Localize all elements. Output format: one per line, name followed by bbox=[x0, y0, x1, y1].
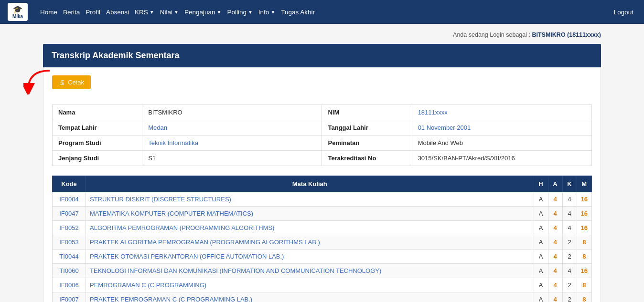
grades-row: IF0007 PRAKTEK PEMROGRAMAN C (C PROGRAMM… bbox=[53, 292, 592, 302]
nav-berita[interactable]: Berita bbox=[63, 9, 80, 16]
grade-h: A bbox=[534, 192, 548, 207]
grade-kode[interactable]: TI0060 bbox=[53, 264, 86, 278]
grade-mata: PEMROGRAMAN C (C PROGRAMMING) bbox=[86, 278, 534, 292]
nav-nilai[interactable]: Nilai ▼ bbox=[160, 9, 179, 16]
th-h: H bbox=[534, 176, 548, 192]
grade-kode[interactable]: IF0052 bbox=[53, 221, 86, 235]
logo-text: Mika bbox=[12, 14, 23, 19]
grade-mata: STRUKTUR DISKRIT (DISCRETE STRUCTURES) bbox=[86, 192, 534, 207]
grade-a: 4 bbox=[548, 192, 562, 207]
th-mata-kuliah: Mata Kuliah bbox=[86, 176, 534, 192]
th-k: K bbox=[562, 176, 577, 192]
cetak-label: Cetak bbox=[68, 79, 84, 86]
th-m: M bbox=[577, 176, 591, 192]
polling-dropdown-arrow: ▼ bbox=[248, 10, 253, 15]
th-a: A bbox=[548, 176, 562, 192]
grade-m: 16 bbox=[577, 264, 591, 278]
grades-header-row: Kode Mata Kuliah H A K M bbox=[53, 176, 592, 192]
grade-mata: PRAKTEK ALGORITMA PEMROGRAMAN (PROGRAMMI… bbox=[86, 235, 534, 250]
label-jenjang: Jenjang Studi bbox=[53, 151, 142, 166]
info-row-jenjang: Jenjang Studi S1 Terakreditasi No 3015/S… bbox=[53, 151, 592, 166]
grade-m: 16 bbox=[577, 192, 591, 207]
grade-k: 2 bbox=[562, 235, 577, 250]
nilai-dropdown-arrow: ▼ bbox=[174, 10, 179, 15]
grades-row: IF0052 ALGORITMA PEMROGRAMAN (PROGRAMMIN… bbox=[53, 221, 592, 235]
nav-pengajuan[interactable]: Pengajuan ▼ bbox=[184, 9, 221, 16]
nav-home[interactable]: Home bbox=[40, 9, 57, 16]
grade-mata: PRAKTEK OTOMASI PERKANTORAN (OFFICE AUTO… bbox=[86, 250, 534, 264]
label-akreditasi: Terakreditasi No bbox=[322, 151, 412, 166]
logo-icon: 🎓 bbox=[13, 5, 22, 14]
login-status: Anda sedang Login sebagai : BITSMIKRO (1… bbox=[43, 31, 601, 38]
grade-kode[interactable]: TI0044 bbox=[53, 250, 86, 264]
grade-a: 4 bbox=[548, 207, 562, 221]
grade-a: 4 bbox=[548, 235, 562, 250]
grade-a: 4 bbox=[548, 250, 562, 264]
label-nama: Nama bbox=[53, 105, 142, 120]
grade-k: 4 bbox=[562, 207, 577, 221]
nav-info[interactable]: Info ▼ bbox=[258, 9, 275, 16]
cetak-button[interactable]: 🖨 Cetak bbox=[52, 75, 91, 89]
grade-a: 4 bbox=[548, 221, 562, 235]
value-tempat[interactable]: Medan bbox=[142, 120, 322, 135]
grade-mata: PRAKTEK PEMROGRAMAN C (C PROGRAMMING LAB… bbox=[86, 292, 534, 302]
nav-logo[interactable]: 🎓 Mika bbox=[8, 3, 28, 21]
value-prodi[interactable]: Teknik Informatika bbox=[142, 135, 322, 151]
grade-k: 2 bbox=[562, 278, 577, 292]
grade-mata: MATEMATIKA KOMPUTER (COMPUTER MATHEMATIC… bbox=[86, 207, 534, 221]
grade-k: 2 bbox=[562, 250, 577, 264]
label-tanggal: Tanggal Lahir bbox=[322, 120, 412, 135]
grades-row: IF0053 PRAKTEK ALGORITMA PEMROGRAMAN (PR… bbox=[53, 235, 592, 250]
grade-a: 4 bbox=[548, 278, 562, 292]
main-content: Anda sedang Login sebagai : BITSMIKRO (1… bbox=[35, 24, 609, 302]
nav-tugas-akhir[interactable]: Tugas Akhir bbox=[281, 9, 315, 16]
grade-m: 8 bbox=[577, 250, 591, 264]
info-dropdown-arrow: ▼ bbox=[270, 10, 275, 15]
grades-row: TI0044 PRAKTEK OTOMASI PERKANTORAN (OFFI… bbox=[53, 250, 592, 264]
main-nav: 🎓 Mika Home Berita Profil Absensi KRS ▼ … bbox=[0, 0, 644, 24]
page-header: Transkrip Akademik Sementara bbox=[43, 44, 601, 67]
grade-h: A bbox=[534, 292, 548, 302]
grade-kode[interactable]: IF0006 bbox=[53, 278, 86, 292]
printer-icon: 🖨 bbox=[59, 79, 65, 86]
grade-k: 2 bbox=[562, 292, 577, 302]
grade-kode[interactable]: IF0053 bbox=[53, 235, 86, 250]
grade-kode[interactable]: IF0047 bbox=[53, 207, 86, 221]
grade-mata: ALGORITMA PEMROGRAMAN (PROGRAMMING ALGOR… bbox=[86, 221, 534, 235]
grades-table: Kode Mata Kuliah H A K M IF0004 STRUKTUR… bbox=[52, 176, 592, 302]
login-user: BITSMIKRO (18111xxxx) bbox=[532, 31, 601, 38]
nav-profil[interactable]: Profil bbox=[86, 9, 100, 16]
pengajuan-dropdown-arrow: ▼ bbox=[217, 10, 222, 15]
value-akreditasi: 3015/SK/BAN-PT/Akred/S/XII/2016 bbox=[412, 151, 591, 166]
grade-mata: TEKNOLOGI INFORMASI DAN KOMUNIKASI (INFO… bbox=[86, 264, 534, 278]
grade-h: A bbox=[534, 235, 548, 250]
krs-dropdown-arrow: ▼ bbox=[150, 10, 154, 15]
label-prodi: Program Studi bbox=[53, 135, 142, 151]
grade-h: A bbox=[534, 207, 548, 221]
label-tempat: Tempat Lahir bbox=[53, 120, 142, 135]
info-row-prodi: Program Studi Teknik Informatika Peminat… bbox=[53, 135, 592, 151]
value-nama: BITSMIKRO bbox=[142, 105, 322, 120]
login-prefix: Anda sedang Login sebagai : bbox=[453, 31, 532, 38]
grades-row: IF0047 MATEMATIKA KOMPUTER (COMPUTER MAT… bbox=[53, 207, 592, 221]
value-peminatan: Mobile And Web bbox=[412, 135, 591, 151]
grade-a: 4 bbox=[548, 264, 562, 278]
nav-logout[interactable]: Logout bbox=[614, 9, 633, 16]
grade-k: 4 bbox=[562, 192, 577, 207]
grade-k: 4 bbox=[562, 221, 577, 235]
grade-m: 16 bbox=[577, 207, 591, 221]
grade-kode[interactable]: IF0007 bbox=[53, 292, 86, 302]
grade-m: 8 bbox=[577, 278, 591, 292]
nav-polling[interactable]: Polling ▼ bbox=[227, 9, 252, 16]
label-peminatan: Peminatan bbox=[322, 135, 412, 151]
grade-a: 4 bbox=[548, 292, 562, 302]
value-nim[interactable]: 18111xxxx bbox=[412, 105, 591, 120]
grade-kode[interactable]: IF0004 bbox=[53, 192, 86, 207]
nav-absensi[interactable]: Absensi bbox=[106, 9, 129, 16]
grades-row: IF0004 STRUKTUR DISKRIT (DISCRETE STRUCT… bbox=[53, 192, 592, 207]
grade-h: A bbox=[534, 264, 548, 278]
grade-m: 8 bbox=[577, 292, 591, 302]
nav-krs[interactable]: KRS ▼ bbox=[135, 9, 154, 16]
value-tanggal: 01 November 2001 bbox=[412, 120, 591, 135]
grades-row: IF0006 PEMROGRAMAN C (C PROGRAMMING) A 4… bbox=[53, 278, 592, 292]
